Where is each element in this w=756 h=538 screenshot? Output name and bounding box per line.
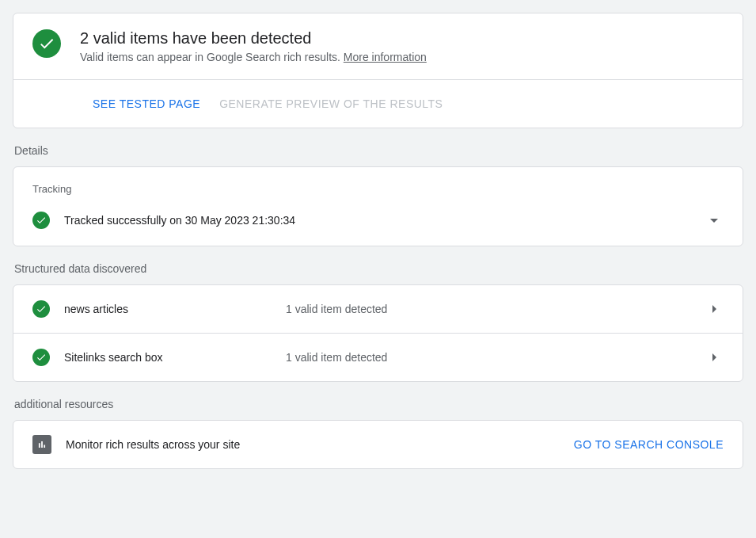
check-icon (32, 212, 50, 229)
chevron-right-icon (705, 300, 724, 319)
generate-preview-button: GENERATE PREVIEW OF THE RESULTS (219, 97, 443, 110)
tracking-row[interactable]: Tracked successfully on 30 May 2023 21:3… (32, 211, 724, 246)
structured-item-row[interactable]: Sitelinks search box 1 valid item detect… (13, 333, 743, 381)
chevron-down-icon[interactable] (705, 211, 724, 230)
go-to-search-console-button[interactable]: GO TO SEARCH CONSOLE (574, 438, 724, 451)
structured-data-card: news articles 1 valid item detected Site… (13, 284, 743, 382)
tracking-card: Tracking Tracked successfully on 30 May … (13, 166, 743, 246)
check-icon (32, 349, 50, 366)
item-name: Sitelinks search box (64, 351, 286, 364)
tracking-status-text: Tracked successfully on 30 May 2023 21:3… (64, 214, 705, 227)
chevron-right-icon (705, 348, 724, 367)
summary-header: 2 valid items have been detected Valid i… (13, 13, 743, 79)
resource-row: Monitor rich results across your site GO… (13, 421, 743, 468)
see-tested-page-button[interactable]: SEE TESTED PAGE (93, 97, 200, 110)
action-bar: SEE TESTED PAGE GENERATE PREVIEW OF THE … (13, 79, 743, 128)
item-status: 1 valid item detected (286, 351, 705, 364)
summary-text: 2 valid items have been detected Valid i… (80, 29, 427, 63)
check-icon (32, 29, 61, 58)
structured-data-label: Structured data discovered (13, 262, 743, 275)
additional-resources-card: Monitor rich results across your site GO… (13, 420, 743, 469)
item-name: news articles (64, 303, 286, 315)
structured-item-row[interactable]: news articles 1 valid item detected (13, 285, 743, 333)
more-info-link[interactable]: More information (344, 51, 427, 63)
item-status: 1 valid item detected (286, 303, 705, 315)
resource-text: Monitor rich results across your site (66, 438, 574, 451)
tracking-label: Tracking (32, 183, 724, 195)
additional-resources-label: additional resources (13, 398, 743, 410)
details-section-label: Details (13, 144, 743, 157)
summary-subtitle-text: Valid items can appear in Google Search … (80, 51, 344, 63)
bar-chart-icon (32, 435, 51, 454)
summary-title: 2 valid items have been detected (80, 29, 427, 48)
summary-subtitle: Valid items can appear in Google Search … (80, 51, 427, 63)
summary-card: 2 valid items have been detected Valid i… (13, 13, 743, 128)
check-icon (32, 300, 50, 318)
